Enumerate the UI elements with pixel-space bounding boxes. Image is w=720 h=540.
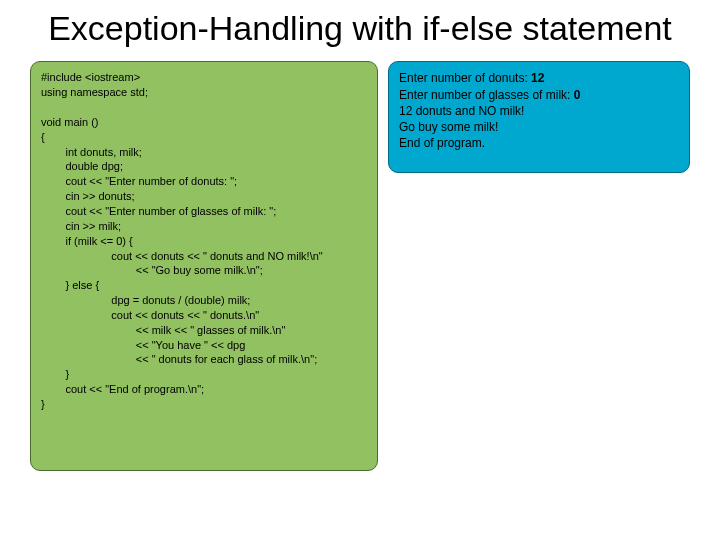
output-line: Go buy some milk! bbox=[399, 119, 679, 135]
output-line: 12 donuts and NO milk! bbox=[399, 103, 679, 119]
output-line: Enter number of glasses of milk: 0 bbox=[399, 87, 679, 103]
output-line: Enter number of donuts: 12 bbox=[399, 70, 679, 86]
content-columns: #include <iostream> using namespace std;… bbox=[30, 61, 690, 471]
code-listing: #include <iostream> using namespace std;… bbox=[30, 61, 378, 471]
slide-title: Exception-Handling with if-else statemen… bbox=[30, 10, 690, 47]
program-output: Enter number of donuts: 12 Enter number … bbox=[388, 61, 690, 173]
output-line: End of program. bbox=[399, 135, 679, 151]
